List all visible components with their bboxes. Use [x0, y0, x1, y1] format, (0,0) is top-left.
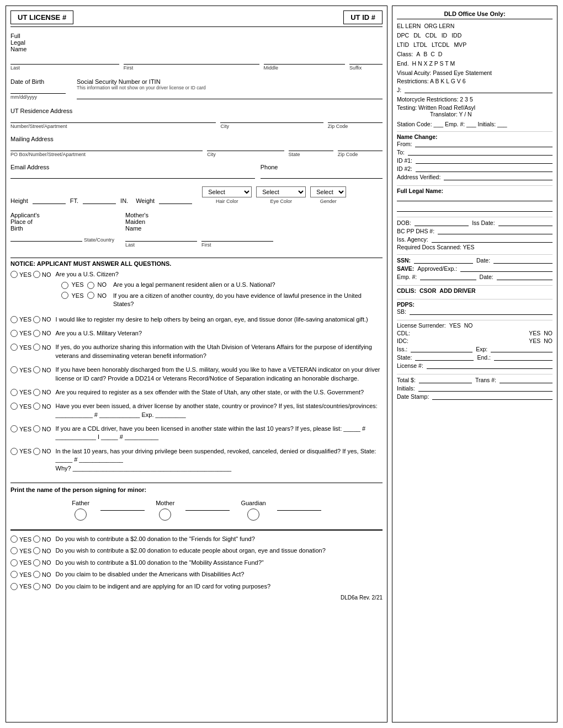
- rp-iss2-field[interactable]: [411, 345, 472, 352]
- rp-end3-field[interactable]: [494, 354, 553, 361]
- rp-idc-yes: YES: [529, 338, 540, 344]
- dob-field[interactable]: [10, 86, 66, 94]
- rp-id: ID: [442, 32, 448, 39]
- bq4-yes-radio[interactable]: [10, 571, 18, 578]
- middle-name-field[interactable]: [264, 57, 346, 65]
- mailing-street-field[interactable]: [10, 143, 203, 151]
- rp-from-field[interactable]: [415, 140, 553, 147]
- bq1-no-radio[interactable]: [33, 536, 40, 543]
- rp-initials-field[interactable]: [418, 384, 553, 392]
- q1b-yes-radio[interactable]: [61, 292, 68, 299]
- address-zip-field[interactable]: [328, 115, 383, 123]
- first-name-field[interactable]: [124, 57, 259, 65]
- bq5-yes-radio[interactable]: [10, 583, 18, 590]
- rp-state2-field[interactable]: [415, 354, 474, 361]
- rp-bc-pp-field[interactable]: [438, 227, 553, 234]
- mailing-city-field[interactable]: [207, 143, 284, 151]
- bq2-no-radio[interactable]: [33, 547, 40, 554]
- rp-ssn-date-field[interactable]: [493, 256, 553, 264]
- rp-exp-field[interactable]: [491, 345, 553, 352]
- q8-yes-radio[interactable]: [10, 425, 18, 432]
- rp-state2-label: State:: [397, 354, 412, 361]
- address-street-field[interactable]: [10, 115, 216, 123]
- q1-yes-radio[interactable]: [10, 271, 18, 278]
- q9-no-radio[interactable]: [33, 448, 40, 455]
- rp-id1-field[interactable]: [416, 157, 553, 164]
- rp-ltcdl: LTCDL: [432, 41, 449, 48]
- q2-no-radio[interactable]: [33, 316, 40, 323]
- mailing-state-field[interactable]: [289, 143, 333, 151]
- q3-yes-radio[interactable]: [10, 330, 18, 337]
- email-field[interactable]: [10, 171, 255, 179]
- q8-no-radio[interactable]: [33, 425, 40, 432]
- address-city-field[interactable]: [220, 115, 323, 123]
- q1a-no-radio[interactable]: [87, 282, 94, 289]
- ssn-field[interactable]: [77, 92, 383, 99]
- q2-yes-radio[interactable]: [10, 316, 18, 323]
- rp-trans-field[interactable]: [500, 376, 553, 383]
- weight-field[interactable]: [159, 196, 192, 204]
- q1a-yes-radio[interactable]: [61, 282, 68, 289]
- rp-id2-field[interactable]: [416, 165, 553, 172]
- q7-yes-radio[interactable]: [10, 403, 18, 410]
- phone-field[interactable]: [261, 171, 383, 179]
- q1-no-radio[interactable]: [33, 271, 40, 278]
- rp-dob-field[interactable]: [415, 219, 469, 226]
- father-radio[interactable]: [75, 508, 87, 521]
- q7-no-radio[interactable]: [33, 403, 40, 410]
- gender-select[interactable]: Select: [310, 186, 346, 197]
- suffix-label: Suffix: [349, 65, 383, 71]
- rp-full-legal-name-label: Full Legal Name:: [397, 188, 553, 194]
- q4-no-radio[interactable]: [33, 344, 40, 351]
- rp-full-legal-name-field2[interactable]: [397, 205, 553, 212]
- height-ft-field[interactable]: [33, 196, 66, 204]
- mothers-last-field[interactable]: [125, 234, 197, 242]
- rp-ssn-field[interactable]: [414, 256, 473, 264]
- q1b-no-label: NO: [98, 292, 107, 300]
- suffix-field[interactable]: [349, 57, 383, 65]
- mailing-zip-field[interactable]: [338, 143, 383, 151]
- mothers-first-field[interactable]: [201, 234, 273, 242]
- q6-no-radio[interactable]: [33, 389, 40, 396]
- eye-color-select[interactable]: Select: [256, 186, 306, 197]
- bq4-yes-label: YES: [19, 571, 31, 578]
- rp-to-field[interactable]: [408, 148, 553, 156]
- bq5-no-radio[interactable]: [33, 583, 40, 590]
- rp-dl: DL: [413, 32, 421, 39]
- rp-save-field[interactable]: [460, 265, 553, 272]
- rp-full-legal-name-field[interactable]: [397, 194, 553, 201]
- height-in-field[interactable]: [83, 196, 116, 204]
- q9-yes-radio[interactable]: [10, 448, 18, 455]
- rp-iss-agency-field[interactable]: [432, 235, 553, 243]
- bq4-no-radio[interactable]: [33, 571, 40, 578]
- rp-iss-date-field[interactable]: [498, 219, 553, 226]
- q5-yes-radio[interactable]: [10, 366, 18, 373]
- hair-color-select[interactable]: Select: [202, 186, 252, 197]
- bq1-yes-radio[interactable]: [10, 536, 18, 543]
- dob-format: mm/dd/yyyy: [10, 94, 66, 100]
- q3-no-radio[interactable]: [33, 330, 40, 337]
- q5-no-radio[interactable]: [33, 366, 40, 373]
- rp-license-num-field[interactable]: [427, 362, 553, 369]
- rp-j-field[interactable]: [405, 86, 553, 93]
- bq2-yes-radio[interactable]: [10, 547, 18, 554]
- org-lern-label: ORG LERN: [424, 23, 454, 29]
- state-country-field[interactable]: [10, 234, 82, 242]
- q1b-no-radio[interactable]: [87, 292, 94, 299]
- rp-emp-field[interactable]: [420, 273, 476, 280]
- rp-testing: Testing: Written Road Ref/Asyl: [397, 104, 475, 111]
- q4-yes-radio[interactable]: [10, 344, 18, 351]
- rp-date-stamp-field[interactable]: [432, 393, 553, 400]
- q6-yes-label: YES: [19, 389, 31, 395]
- rp-addr-verified-field[interactable]: [444, 173, 553, 180]
- mother-radio[interactable]: [159, 508, 171, 521]
- rp-total-field[interactable]: [419, 376, 472, 383]
- bq3-no-radio[interactable]: [33, 559, 40, 566]
- q6-yes-radio[interactable]: [10, 389, 18, 396]
- bq3-yes-radio[interactable]: [10, 559, 18, 566]
- rp-idc-label: IDC:: [397, 338, 408, 344]
- rp-sb-field[interactable]: [410, 308, 553, 315]
- guardian-radio[interactable]: [247, 508, 259, 521]
- rp-emp-date-field[interactable]: [497, 273, 553, 280]
- last-name-field[interactable]: [10, 57, 119, 65]
